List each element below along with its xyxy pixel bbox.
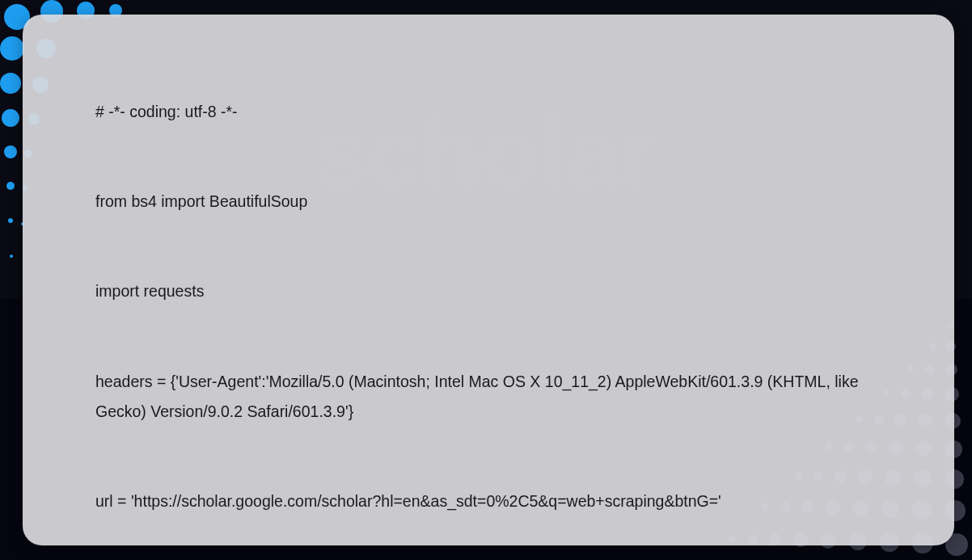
code-line: headers = {'User-Agent':'Mozilla/5.0 (Ma… — [95, 367, 881, 427]
code-card: # -*- coding: utf-8 -*- from bs4 import … — [23, 15, 954, 545]
code-line: from bs4 import BeautifulSoup — [95, 187, 881, 217]
code-line: import requests — [95, 276, 881, 306]
code-line: # -*- coding: utf-8 -*- — [95, 97, 881, 127]
code-snippet: # -*- coding: utf-8 -*- from bs4 import … — [95, 37, 881, 560]
code-line: url = 'https://scholar.google.com/schola… — [95, 486, 881, 516]
